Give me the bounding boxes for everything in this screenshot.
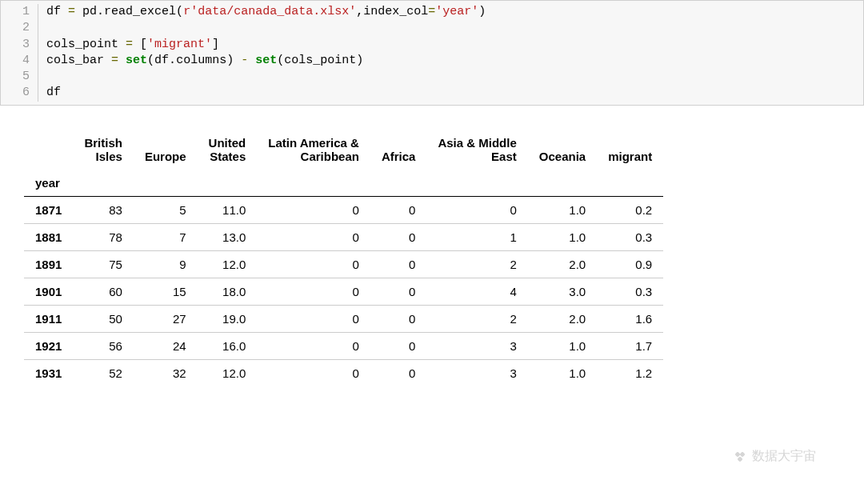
cell: 27 xyxy=(134,305,198,332)
cell: 0 xyxy=(370,332,427,359)
table-row: 1901601518.00043.00.3 xyxy=(24,278,663,305)
line-number: 5 xyxy=(1,69,38,85)
cell: 1.6 xyxy=(597,305,663,332)
cell: 12.0 xyxy=(198,250,258,278)
cell: 3 xyxy=(426,359,527,386)
cell: 83 xyxy=(73,196,134,223)
cell: 0 xyxy=(370,196,427,223)
dataframe-table: BritishIsles Europe UnitedStates Latin A… xyxy=(24,130,663,386)
col-header: migrant xyxy=(597,130,663,170)
line-number: 1 xyxy=(1,4,38,20)
cell: 56 xyxy=(73,332,134,359)
cell: 0 xyxy=(370,223,427,250)
cell: 24 xyxy=(134,332,198,359)
cell: 0.3 xyxy=(597,223,663,250)
row-index: 1931 xyxy=(24,359,73,386)
code-cell: 1df = pd.read_excel(r'data/canada_data.x… xyxy=(0,0,864,106)
col-header: UnitedStates xyxy=(198,130,258,170)
line-number: 2 xyxy=(1,20,38,36)
cell: 7 xyxy=(134,223,198,250)
table-row: 188178713.00011.00.3 xyxy=(24,223,663,250)
table-row: 1911502719.00022.01.6 xyxy=(24,305,663,332)
cell: 2 xyxy=(426,305,527,332)
table-row: 187183511.00001.00.2 xyxy=(24,196,663,223)
dataframe-output: BritishIsles Europe UnitedStates Latin A… xyxy=(0,122,864,394)
line-number: 3 xyxy=(1,37,38,53)
cell: 1.2 xyxy=(597,359,663,386)
cell: 0.2 xyxy=(597,196,663,223)
cell: 0 xyxy=(257,196,370,223)
index-name: year xyxy=(24,170,73,197)
code-line: df = pd.read_excel(r'data/canada_data.xl… xyxy=(38,4,486,20)
cell: 2.0 xyxy=(528,305,597,332)
col-header: Latin America &Caribbean xyxy=(257,130,370,170)
col-header: Asia & MiddleEast xyxy=(426,130,527,170)
cell: 0 xyxy=(257,305,370,332)
cell: 0 xyxy=(257,278,370,305)
cell: 78 xyxy=(73,223,134,250)
cell: 75 xyxy=(73,250,134,278)
cell: 52 xyxy=(73,359,134,386)
cell: 15 xyxy=(134,278,198,305)
cell: 12.0 xyxy=(198,359,258,386)
cell: 11.0 xyxy=(198,196,258,223)
cell: 0 xyxy=(257,332,370,359)
cell: 9 xyxy=(134,250,198,278)
code-line: df xyxy=(38,85,61,101)
cell: 19.0 xyxy=(198,305,258,332)
table-row: 189175912.00022.00.9 xyxy=(24,250,663,278)
cell: 4 xyxy=(426,278,527,305)
cell: 16.0 xyxy=(198,332,258,359)
cell: 0 xyxy=(257,359,370,386)
cell: 3.0 xyxy=(528,278,597,305)
cell: 18.0 xyxy=(198,278,258,305)
col-header: Oceania xyxy=(528,130,597,170)
table-row: 1921562416.00031.01.7 xyxy=(24,332,663,359)
row-index: 1881 xyxy=(24,223,73,250)
line-number: 4 xyxy=(1,53,38,69)
cell: 1.0 xyxy=(528,196,597,223)
row-index: 1901 xyxy=(24,278,73,305)
col-header: Africa xyxy=(370,130,427,170)
cell: 2 xyxy=(426,250,527,278)
cell: 0 xyxy=(257,250,370,278)
cell: 0 xyxy=(370,250,427,278)
col-header: BritishIsles xyxy=(73,130,134,170)
col-header: Europe xyxy=(134,130,198,170)
line-number: 6 xyxy=(1,85,38,101)
cell: 32 xyxy=(134,359,198,386)
cell: 0.9 xyxy=(597,250,663,278)
code-line: cols_point = ['migrant'] xyxy=(38,37,219,53)
table-row: 1931523212.00031.01.2 xyxy=(24,359,663,386)
cell: 0 xyxy=(370,359,427,386)
cell: 0 xyxy=(370,278,427,305)
cell: 2.0 xyxy=(528,250,597,278)
row-index: 1921 xyxy=(24,332,73,359)
cell: 0 xyxy=(257,223,370,250)
cell: 1.7 xyxy=(597,332,663,359)
cell: 3 xyxy=(426,332,527,359)
cell: 0 xyxy=(370,305,427,332)
code-line: cols_bar = set(df.columns) - set(cols_po… xyxy=(38,53,363,69)
cell: 0.3 xyxy=(597,278,663,305)
cell: 60 xyxy=(73,278,134,305)
cell: 1 xyxy=(426,223,527,250)
cell: 13.0 xyxy=(198,223,258,250)
row-index: 1891 xyxy=(24,250,73,278)
cell: 1.0 xyxy=(528,332,597,359)
cell: 50 xyxy=(73,305,134,332)
cell: 0 xyxy=(426,196,527,223)
row-index: 1911 xyxy=(24,305,73,332)
cell: 5 xyxy=(134,196,198,223)
row-index: 1871 xyxy=(24,196,73,223)
cell: 1.0 xyxy=(528,223,597,250)
cell: 1.0 xyxy=(528,359,597,386)
